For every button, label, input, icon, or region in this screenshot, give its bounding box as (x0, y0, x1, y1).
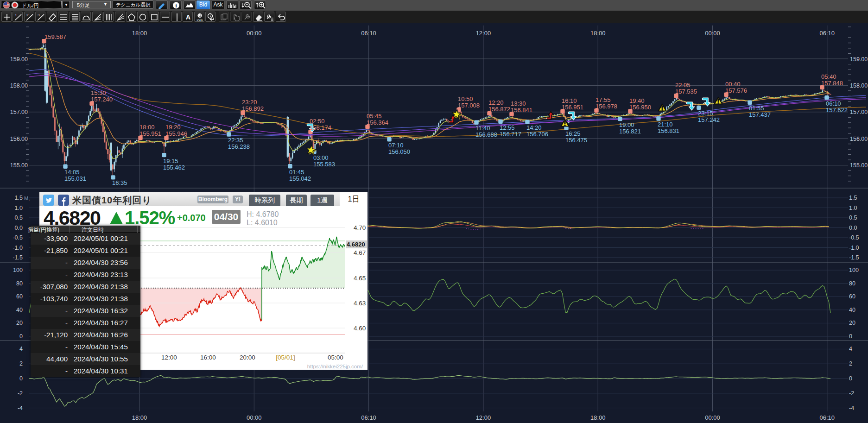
svg-text:157.437: 157.437 (749, 111, 771, 118)
svg-text:2: 2 (19, 360, 23, 367)
svg-text:40: 40 (849, 307, 855, 313)
svg-text:155.583: 155.583 (313, 161, 335, 168)
svg-text:18:00: 18:00 (132, 414, 147, 421)
svg-text:06:10: 06:10 (361, 30, 376, 37)
svg-text:156.951: 156.951 (562, 104, 583, 111)
svg-text:06:10: 06:10 (361, 414, 376, 421)
svg-text:14:20: 14:20 (526, 124, 542, 131)
svg-text:157.008: 157.008 (458, 102, 480, 109)
svg-text:0: 0 (849, 333, 852, 340)
svg-text:-1.0: -1.0 (849, 245, 859, 251)
svg-text:157.576: 157.576 (725, 87, 747, 94)
svg-text:157.848: 157.848 (821, 80, 843, 87)
svg-text:4.65: 4.65 (354, 275, 366, 282)
svg-text:15:30: 15:30 (91, 89, 106, 96)
svg-text:158.00: 158.00 (850, 82, 868, 89)
svg-text:17:55: 17:55 (596, 96, 611, 103)
svg-text:4.60: 4.60 (354, 325, 366, 332)
svg-text:156.841: 156.841 (511, 107, 532, 114)
svg-text:4.63: 4.63 (354, 300, 366, 307)
svg-text:A: A (186, 13, 190, 21)
svg-text:02:50: 02:50 (310, 118, 325, 125)
svg-text:156.872: 156.872 (488, 106, 510, 113)
svg-text:157.240: 157.240 (91, 96, 113, 103)
svg-text:01:55: 01:55 (749, 105, 764, 112)
svg-text:18:00: 18:00 (139, 124, 155, 131)
svg-text:156.238: 156.238 (228, 143, 250, 150)
svg-text:159.00: 159.00 (850, 56, 868, 63)
svg-text:19:40: 19:40 (629, 97, 645, 104)
svg-text:16:25: 16:25 (565, 130, 581, 137)
svg-text:12:00: 12:00 (476, 414, 491, 421)
svg-text:156.050: 156.050 (388, 148, 410, 155)
svg-text:05:45: 05:45 (367, 113, 382, 120)
svg-text:-2: -2 (849, 390, 854, 397)
svg-text:-0.5: -0.5 (849, 234, 859, 241)
svg-text:-4: -4 (18, 405, 23, 411)
svg-text:19:15: 19:15 (163, 158, 178, 164)
svg-text:11:40: 11:40 (475, 125, 490, 132)
svg-text:156.00: 156.00 (10, 136, 28, 142)
svg-text:4: 4 (849, 346, 852, 352)
svg-text:1.0: 1.0 (849, 205, 857, 211)
svg-text:00:00: 00:00 (247, 414, 262, 421)
svg-text:3: 3 (38, 13, 40, 17)
svg-text:100: 100 (13, 267, 23, 273)
svg-text:20:00: 20:00 (240, 354, 255, 361)
svg-text:-4: -4 (849, 405, 854, 411)
svg-text:80: 80 (16, 280, 23, 287)
svg-text:0.5: 0.5 (15, 215, 23, 221)
svg-text:03:00: 03:00 (313, 154, 329, 161)
svg-text:0: 0 (849, 375, 852, 382)
svg-text:00:40: 00:40 (725, 81, 741, 88)
svg-text:icon: icon (197, 19, 203, 22)
svg-text:01:45: 01:45 (289, 169, 304, 176)
svg-text:12:55: 12:55 (500, 124, 515, 131)
svg-text:155.00: 155.00 (10, 162, 28, 169)
svg-text:157.622: 157.622 (826, 107, 848, 114)
svg-text:18:00: 18:00 (590, 30, 606, 37)
svg-text:40: 40 (16, 307, 23, 313)
svg-text:1.5: 1.5 (849, 195, 857, 201)
svg-text:23:15: 23:15 (698, 110, 713, 117)
svg-text:156.00: 156.00 (850, 136, 868, 142)
svg-text:156.831: 156.831 (658, 127, 679, 134)
svg-text:https://nikkei225jp.com/: https://nikkei225jp.com/ (307, 364, 363, 369)
svg-text:1.5: 1.5 (15, 195, 23, 201)
svg-text:156.688: 156.688 (475, 131, 497, 138)
svg-text:156.978: 156.978 (596, 103, 617, 110)
svg-text:06:10: 06:10 (820, 414, 835, 421)
svg-text:10:50: 10:50 (458, 95, 473, 102)
svg-text:4.67: 4.67 (354, 249, 366, 256)
svg-text:2: 2 (849, 360, 852, 367)
svg-text:157.535: 157.535 (675, 88, 697, 95)
svg-text:-2: -2 (18, 390, 23, 397)
svg-text:155.462: 155.462 (163, 164, 185, 171)
svg-text:0.0: 0.0 (15, 225, 23, 231)
svg-text:60: 60 (16, 293, 23, 300)
svg-text:4: 4 (19, 346, 23, 352)
svg-text:12:20: 12:20 (488, 99, 504, 106)
svg-text:0.5: 0.5 (849, 215, 857, 221)
svg-text:22:05: 22:05 (675, 82, 691, 88)
svg-text:0.0: 0.0 (849, 225, 857, 231)
svg-text:22:35: 22:35 (228, 137, 243, 144)
svg-text:16:00: 16:00 (200, 354, 216, 361)
svg-text:07:10: 07:10 (388, 142, 404, 149)
svg-text:4.70: 4.70 (354, 224, 366, 231)
svg-text:19:20: 19:20 (165, 124, 181, 131)
svg-text:-1.5: -1.5 (13, 254, 23, 261)
svg-text:80: 80 (849, 280, 855, 287)
svg-text:-1.0: -1.0 (13, 245, 23, 251)
svg-text:156.475: 156.475 (565, 137, 587, 144)
svg-text:1: 1 (15, 13, 17, 17)
svg-text:157.242: 157.242 (698, 116, 720, 123)
svg-text:0: 0 (19, 333, 23, 340)
svg-text:-1.5: -1.5 (849, 254, 859, 261)
svg-text:21:10: 21:10 (658, 121, 673, 128)
svg-text:156.821: 156.821 (619, 128, 641, 135)
svg-text:156.950: 156.950 (629, 104, 651, 111)
svg-text:2: 2 (26, 13, 29, 17)
svg-text:156.892: 156.892 (242, 105, 264, 112)
svg-text:156.364: 156.364 (367, 119, 388, 126)
